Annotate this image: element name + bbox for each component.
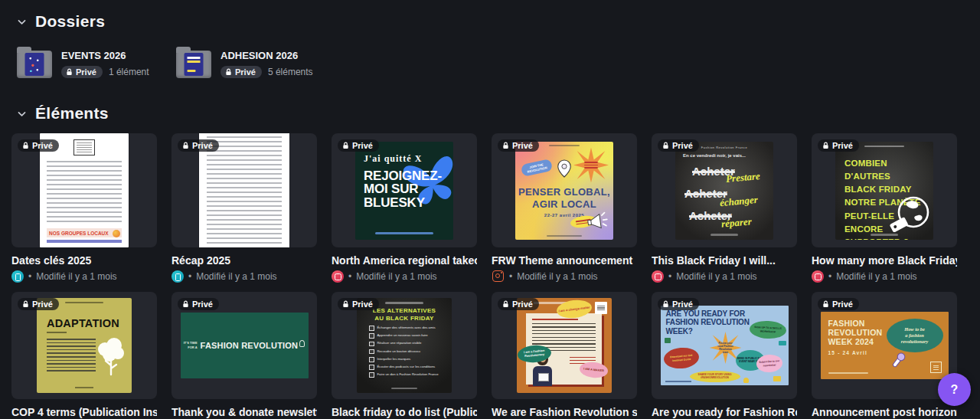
design-card-thankyou-newsletter[interactable]: Privé IT'S TIME FOR A FASHION REVOLUTION… [172,292,317,418]
design-card-recap[interactable]: Privé Récap 2025 • Modifié il y a 1 mois [172,133,317,283]
items-section-header[interactable]: Éléments [17,104,980,123]
canva-docs-icon [172,270,184,283]
design-card-bluesky[interactable]: Privé J'ai quitté X REJOIGNEZ- MOI SUR B… [332,133,477,283]
design-card-dates-cles[interactable]: Privé NOS GROUPES LOCAUX Dates clés 2025… [11,133,157,283]
canva-docs-icon [11,270,24,283]
meta-bullet: • [828,271,831,282]
stories-art: I am a change maker I am a Fashion Revol… [517,298,612,393]
instagram-icon [492,270,504,282]
design-title[interactable]: Dates clés 2025 [11,254,157,267]
logo-square [930,362,942,373]
text-placeholder [864,146,903,148]
lock-icon [502,142,509,149]
chevron-down-icon[interactable] [17,109,27,119]
design-card-we-are-fashion-revolution[interactable]: Privé I am a change maker I am a Fashion… [492,292,637,418]
modified-label: Modifié il y a 1 mois [36,271,116,282]
folder-meta: Privé 1 élément [61,66,149,78]
instagram-reel-icon [332,270,344,283]
design-thumbnail[interactable]: Privé JOIN THE REVOLUTION PENSER GLOBAL,… [492,133,637,247]
meta-bullet: • [348,271,351,282]
checklist-item: Recoudre un bouton décousu [369,349,446,355]
help-button[interactable]: ? [938,373,971,406]
privacy-badge: Privé [178,298,219,310]
text-placeholder [75,387,94,388]
privacy-label: Privé [672,142,693,150]
chevron-down-icon[interactable] [17,17,27,27]
modified-label: Modifié il y a 1 mois [196,271,276,282]
checkbox-icon [369,342,374,347]
folder-name: EVENTS 2026 [61,50,149,61]
design-thumbnail[interactable]: Privé J'ai quitté X REJOIGNEZ- MOI SUR B… [332,133,477,247]
checkbox-icon [369,365,374,370]
modified-label: Modifié il y a 1 mois [356,271,436,282]
doc-logo [74,139,95,155]
design-meta: • Modifié il y a 1 mois [652,270,797,283]
privacy-label: Privé [235,68,256,77]
design-thumbnail[interactable]: Privé I am a change maker I am a Fashion… [492,292,637,399]
globe-price-tag-icon [887,194,930,232]
item-text: Recoudre un bouton décousu [377,349,420,353]
book-icon [665,338,671,343]
bluesky-post-art: J'ai quitté X REJOIGNEZ- MOI SUR BLUESKY [355,142,453,240]
design-title[interactable]: FRW Theme announcement [492,254,637,267]
folder-events-2026[interactable]: EVENTS 2026 Privé 1 élément [17,47,176,78]
design-title[interactable]: North America regional takeov... [332,254,477,267]
design-card-cop4-adaptation[interactable]: Privé ADAPTATION COP 4 terms (Publicatio… [11,292,157,418]
design-title[interactable]: Récap 2025 [172,254,317,267]
blob-guide: Download our Get Involved Guide [662,346,699,370]
text-placeholder [710,234,738,236]
headline-line: AGIR LOCAL [515,198,613,211]
design-thumbnail[interactable]: Privé IT'S TIME FOR A FASHION REVOLUTION [172,292,317,399]
design-title[interactable]: Black friday to do list (Publicat... [332,406,477,418]
dates-line: 15 - 24 Avril [828,350,868,355]
headline-line: MOI SUR [364,182,442,196]
design-title[interactable]: This Black Friday I will... [652,254,797,267]
folders-row: EVENTS 2026 Privé 1 élément ADHESION 202… [17,47,980,78]
text-placeholder [532,319,578,320]
privacy-badge: Privé [498,298,539,310]
privacy-label: Privé [512,142,533,150]
checkbox-icon [369,333,374,339]
design-thumbnail[interactable]: Privé FASHION REVOLUTION WEEK 2024 15 - … [812,292,957,399]
privacy-label: Privé [352,142,373,150]
design-title[interactable]: We are Fashion Revolution sto... [492,406,637,418]
headline-line: BLUESKY [364,196,442,210]
starburst-sticker [573,148,609,183]
design-card-are-you-ready-frw[interactable]: Privé ARE YOU READY FOR FASHION REVOLUTI… [652,292,797,418]
lock-icon [225,68,232,76]
checklist-item: Interpeller les marques [369,357,446,362]
item-text: Échanger des vêtements avec des amis [377,326,436,329]
design-thumbnail[interactable]: Privé ARE YOU READY FOR FASHION REVOLUTI… [652,292,797,399]
instagram-reel-icon [812,270,824,283]
design-title[interactable]: Announcement post horizontal [812,406,957,418]
design-title[interactable]: Thank you & donate newslette... [172,406,317,418]
design-card-how-many-black-fridays[interactable]: Privé COMBIEN D'AUTRES BLACK FRIDAY NOTR… [812,133,957,283]
design-thumbnail[interactable]: Privé COMBIEN D'AUTRES BLACK FRIDAY NOTR… [812,133,957,247]
lock-icon [502,300,509,308]
instagram-reel-icon [652,270,664,283]
design-thumbnail[interactable]: Privé [172,133,317,247]
design-card-frw-theme[interactable]: Privé JOIN THE REVOLUTION PENSER GLOBAL,… [492,133,637,283]
planet-post-art: COMBIEN D'AUTRES BLACK FRIDAY NOTRE PLAN… [835,142,933,240]
privacy-label: Privé [832,142,853,150]
design-title[interactable]: Are you ready for Fashion Rev... [652,406,797,418]
headline: FASHION REVOLUTION [201,341,299,350]
folder-adhesion-2026[interactable]: ADHESION 2026 Privé 5 éléments [176,47,335,78]
design-title[interactable]: How many more Black Fridays [812,254,957,267]
struck-rows: AcheterPrestare Acheteréchanger Acheterr… [675,165,773,231]
privacy-badge: Privé [18,298,59,310]
design-card-frw-2024-announcement[interactable]: Privé FASHION REVOLUTION WEEK 2024 15 - … [812,292,957,418]
lock-icon [342,142,349,149]
folder-name: ADHESION 2026 [220,50,313,61]
design-meta: • Modifié il y a 1 mois [172,270,317,283]
design-thumbnail[interactable]: Privé ADAPTATION [11,292,157,399]
checkbox-icon [369,357,374,362]
design-thumbnail[interactable]: Privé NOS GROUPES LOCAUX [11,133,157,247]
design-card-black-friday-todo[interactable]: Privé LES ALTERNATIVES AU BLACK FRIDAY É… [332,292,477,418]
help-label: ? [951,383,959,397]
design-title[interactable]: COP 4 terms (Publication Inst... [11,406,157,418]
folders-section-header[interactable]: Dossiers [17,12,980,31]
design-thumbnail[interactable]: Privé Fashion Revolution France En ce ve… [652,133,797,247]
design-card-black-friday-will[interactable]: Privé Fashion Revolution France En ce ve… [652,133,797,283]
design-thumbnail[interactable]: Privé LES ALTERNATIVES AU BLACK FRIDAY É… [332,292,477,399]
